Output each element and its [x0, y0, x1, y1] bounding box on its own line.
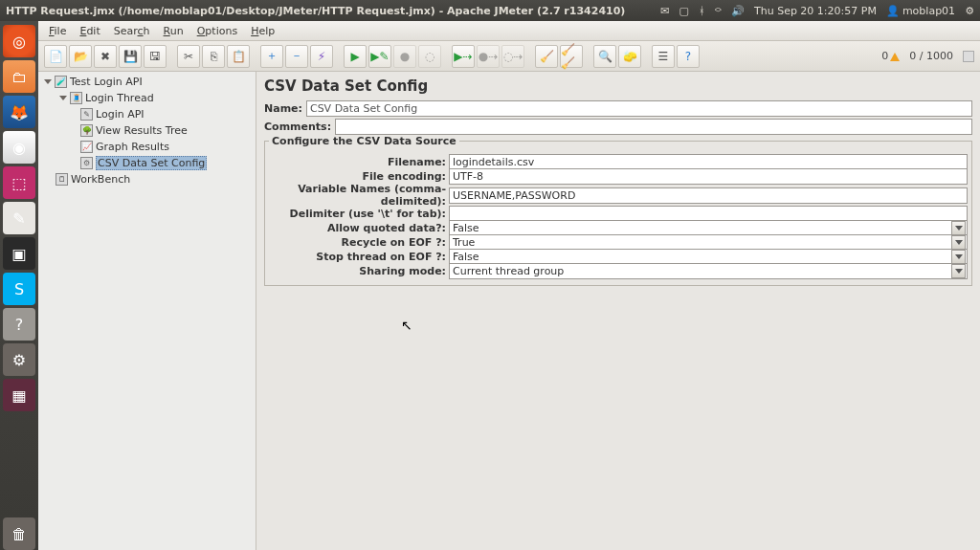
- menu-help[interactable]: Help: [244, 23, 281, 39]
- wifi-icon[interactable]: ⌔: [715, 5, 722, 17]
- tree-thread-group[interactable]: 🧵Login Thread: [38, 90, 256, 106]
- name-label: Name:: [264, 102, 306, 115]
- clear-button[interactable]: 🧹: [535, 45, 558, 68]
- tree-item-csv-data-set[interactable]: ⚙CSV Data Set Config: [38, 155, 256, 171]
- tree-item-view-results[interactable]: 🌳View Results Tree: [38, 122, 256, 139]
- comments-input[interactable]: [335, 119, 972, 135]
- clear-all-button[interactable]: 🧹🧹: [560, 45, 583, 68]
- collapse-button[interactable]: －: [285, 45, 308, 68]
- varnames-label: Variable Names (comma-delimited):: [269, 183, 449, 208]
- files-icon[interactable]: 🗀: [3, 60, 35, 93]
- remote-start-button[interactable]: ▶⇢: [452, 45, 475, 68]
- filename-label: Filename:: [269, 156, 449, 168]
- sharing-combo[interactable]: Current thread group: [449, 263, 968, 279]
- help-icon[interactable]: ?: [3, 308, 35, 341]
- chevron-down-icon[interactable]: [951, 221, 966, 235]
- start-no-pause-button[interactable]: ▶✎: [368, 45, 391, 68]
- menu-search[interactable]: Search: [107, 23, 157, 39]
- encoding-label: File encoding:: [269, 170, 449, 183]
- name-input[interactable]: [306, 100, 972, 117]
- app-icon-2[interactable]: ▦: [3, 379, 35, 411]
- chrome-icon[interactable]: ◉: [3, 131, 35, 164]
- reset-search-button[interactable]: 🧽: [618, 45, 641, 68]
- comments-label: Comments:: [264, 121, 335, 133]
- tree-workbench[interactable]: 🗒WorkBench: [38, 171, 256, 187]
- paste-button[interactable]: 📋: [227, 45, 250, 68]
- chevron-down-icon[interactable]: [951, 264, 966, 278]
- toggle-button[interactable]: ⚡: [310, 45, 333, 68]
- varnames-input[interactable]: [449, 187, 968, 204]
- remote-stop-button[interactable]: ●⇢: [477, 45, 500, 68]
- skype-icon[interactable]: S: [3, 273, 35, 305]
- config-panel: CSV Data Set Config Name: Comments: Conf…: [256, 72, 980, 550]
- fieldset-legend: Configure the CSV Data Source: [269, 135, 459, 147]
- menu-run[interactable]: Run: [157, 23, 190, 39]
- trash-icon[interactable]: 🗑: [3, 517, 35, 550]
- save-button[interactable]: 💾: [119, 45, 142, 68]
- save-as-button[interactable]: 🖫: [144, 45, 167, 68]
- expand-button[interactable]: ＋: [260, 45, 283, 68]
- test-plan-tree[interactable]: 🧪Test Login API 🧵Login Thread ✎Login API…: [38, 72, 256, 550]
- gear-icon[interactable]: ⚙: [965, 5, 974, 17]
- quoted-label: Allow quoted data?:: [269, 222, 449, 234]
- dash-icon[interactable]: ◎: [3, 25, 35, 57]
- help-button[interactable]: ?: [677, 45, 700, 68]
- menu-edit[interactable]: Edit: [73, 23, 106, 39]
- text-editor-icon[interactable]: ✎: [3, 202, 35, 234]
- remote-shutdown-button[interactable]: ◌⇢: [501, 45, 524, 68]
- warning-counter: 0: [878, 50, 903, 62]
- recycle-label: Recycle on EOF ?:: [269, 236, 449, 249]
- jmeter-window: File Edit Search Run Options Help 📄 📂 ✖ …: [38, 21, 980, 550]
- delimiter-label: Delimiter (use '\t' for tab):: [269, 208, 449, 220]
- stop-label: Stop thread on EOF ?:: [269, 251, 449, 263]
- terminal-icon[interactable]: ▣: [3, 237, 35, 270]
- chevron-down-icon[interactable]: [951, 250, 966, 264]
- warning-icon: [890, 53, 900, 61]
- system-top-bar: HTTP Request.jmx (/home/moblap01/Desktop…: [0, 0, 980, 21]
- copy-button[interactable]: ⎘: [202, 45, 225, 68]
- menu-bar: File Edit Search Run Options Help: [38, 21, 980, 41]
- system-status-area: ✉ ▢ ᚼ ⌔ 🔊 Thu Sep 20 1:20:57 PM 👤 moblap…: [660, 5, 974, 17]
- stop-button[interactable]: ●: [393, 45, 416, 68]
- window-title: HTTP Request.jmx (/home/moblap01/Desktop…: [6, 5, 625, 17]
- thread-counter: 0 / 1000: [905, 50, 957, 62]
- menu-file[interactable]: File: [42, 23, 73, 39]
- search-button[interactable]: 🔍: [593, 45, 616, 68]
- clock[interactable]: Thu Sep 20 1:20:57 PM: [754, 5, 877, 17]
- encoding-input[interactable]: [449, 168, 968, 185]
- cut-button[interactable]: ✂: [177, 45, 200, 68]
- bluetooth-icon[interactable]: ᚼ: [699, 5, 705, 17]
- user-menu[interactable]: 👤 moblap01: [886, 5, 955, 17]
- csv-config-fieldset: Configure the CSV Data Source Filename: …: [264, 141, 972, 286]
- tree-root[interactable]: 🧪Test Login API: [38, 74, 256, 90]
- settings-icon[interactable]: ⚙: [3, 343, 35, 376]
- toolbar: 📄 📂 ✖ 💾 🖫 ✂ ⎘ 📋 ＋ － ⚡ ▶ ▶✎ ● ◌ ▶⇢ ●⇢ ◌⇢ …: [38, 41, 980, 72]
- chevron-down-icon[interactable]: [951, 235, 966, 250]
- menu-options[interactable]: Options: [190, 23, 244, 39]
- function-helper-button[interactable]: ☰: [652, 45, 675, 68]
- sharing-label: Sharing mode:: [269, 265, 449, 277]
- battery-icon[interactable]: ▢: [679, 5, 689, 17]
- app-icon-1[interactable]: ⬚: [3, 166, 35, 199]
- tree-item-graph-results[interactable]: 📈Graph Results: [38, 139, 256, 155]
- ubuntu-launcher: ◎ 🗀 🦊 ◉ ⬚ ✎ ▣ S ? ⚙ ▦ 🗑: [0, 21, 38, 550]
- mail-icon[interactable]: ✉: [660, 5, 669, 17]
- tree-item-login-api[interactable]: ✎Login API: [38, 106, 256, 122]
- open-button[interactable]: 📂: [69, 45, 92, 68]
- panel-title: CSV Data Set Config: [264, 77, 972, 95]
- volume-icon[interactable]: 🔊: [731, 5, 745, 17]
- firefox-icon[interactable]: 🦊: [3, 96, 35, 128]
- status-indicator: [963, 51, 974, 62]
- shutdown-button[interactable]: ◌: [418, 45, 441, 68]
- close-button[interactable]: ✖: [94, 45, 117, 68]
- start-button[interactable]: ▶: [344, 45, 367, 68]
- new-button[interactable]: 📄: [44, 45, 67, 68]
